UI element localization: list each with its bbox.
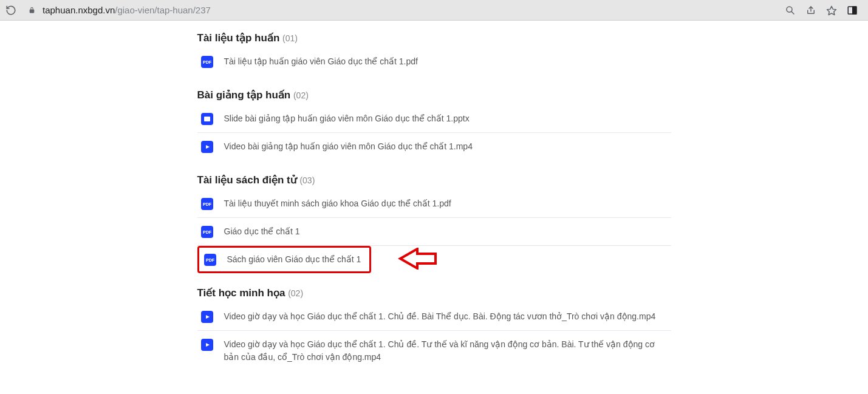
file-item[interactable]: Video giờ dạy và học Giáo dục thể chất 1…: [197, 303, 671, 331]
file-item[interactable]: Video giờ dạy và học Giáo dục thể chất 1…: [197, 331, 671, 371]
file-item[interactable]: PDF Tài liệu thuyết minh sách giáo khoa …: [197, 190, 671, 218]
svg-marker-3: [827, 6, 836, 15]
section-title: Tiết học minh họa: [197, 287, 285, 299]
star-icon[interactable]: [825, 4, 838, 16]
svg-marker-8: [206, 145, 210, 149]
svg-text:PDF: PDF: [206, 258, 214, 262]
file-label: Giáo dục thể chất 1: [224, 225, 300, 238]
video-icon: [201, 339, 213, 351]
svg-marker-12: [206, 315, 210, 319]
file-item[interactable]: PDF Giáo dục thể chất 1: [197, 218, 671, 246]
file-label: Video giờ dạy và học Giáo dục thể chất 1…: [224, 338, 668, 364]
pdf-icon: PDF: [201, 198, 213, 210]
section-tai-lieu-sach-dien-tu: Tài liệu sách điện tử (03) PDF Tài liệu …: [197, 174, 671, 273]
share-icon[interactable]: [805, 4, 817, 16]
video-icon: [201, 311, 213, 323]
pdf-icon: PDF: [201, 56, 213, 68]
section-header: Bài giảng tập huấn (02): [197, 89, 671, 105]
arrow-left-icon: [398, 248, 437, 270]
file-item[interactable]: Slide bài giảng tập huấn giáo viên môn G…: [197, 105, 671, 133]
section-title: Tài liệu sách điện tử: [197, 174, 297, 186]
url-display[interactable]: taphuan.nxbgd.vn/giao-vien/tap-huan/237: [43, 5, 784, 15]
highlight-annotation: PDF Sách giáo viên Giáo dục thể chất 1: [197, 246, 371, 273]
file-item[interactable]: PDF Tài liệu tập huấn giáo viên Giáo dục…: [197, 48, 671, 75]
file-label: Slide bài giảng tập huấn giáo viên môn G…: [224, 112, 470, 125]
file-label: Sách giáo viên Giáo dục thể chất 1: [227, 253, 361, 266]
url-path: /giao-vien/tap-huan/237: [115, 5, 211, 15]
svg-text:PDF: PDF: [203, 60, 211, 64]
section-tai-lieu-tap-huan: Tài liệu tập huấn (01) PDF Tài liệu tập …: [197, 32, 671, 75]
svg-rect-5: [853, 7, 856, 14]
section-header: Tài liệu tập huấn (01): [197, 32, 671, 48]
file-label: Video bài giảng tập huấn giáo viên môn G…: [224, 140, 473, 153]
file-item[interactable]: Video bài giảng tập huấn giáo viên môn G…: [197, 133, 671, 160]
video-icon: [201, 141, 213, 153]
lock-icon: [27, 5, 36, 15]
svg-text:PDF: PDF: [203, 230, 211, 234]
section-count: (02): [288, 288, 303, 298]
svg-line-1: [791, 12, 794, 14]
section-count: (02): [293, 90, 309, 100]
zoom-icon[interactable]: [784, 4, 796, 16]
section-header: Tiết học minh họa (02): [197, 287, 671, 303]
svg-point-0: [787, 7, 792, 12]
svg-text:PDF: PDF: [203, 202, 211, 206]
file-label: Tài liệu thuyết minh sách giáo khoa Giáo…: [224, 197, 451, 210]
pdf-icon: PDF: [201, 226, 213, 238]
reload-icon[interactable]: [5, 4, 17, 16]
browser-actions: [784, 4, 863, 16]
svg-marker-13: [206, 343, 210, 347]
file-label: Video giờ dạy và học Giáo dục thể chất 1…: [224, 310, 656, 323]
file-label: Tài liệu tập huấn giáo viên Giáo dục thể…: [224, 55, 418, 68]
pptx-icon: [201, 113, 213, 125]
page-content: Tài liệu tập huấn (01) PDF Tài liệu tập …: [0, 21, 868, 384]
section-header: Tài liệu sách điện tử (03): [197, 174, 671, 190]
sidepanel-icon[interactable]: [846, 4, 858, 16]
section-count: (03): [299, 175, 315, 185]
section-tiet-hoc-minh-hoa: Tiết học minh họa (02) Video giờ dạy và …: [197, 287, 671, 371]
file-item[interactable]: PDF Sách giáo viên Giáo dục thể chất 1: [200, 249, 368, 270]
browser-address-bar: taphuan.nxbgd.vn/giao-vien/tap-huan/237: [0, 0, 868, 21]
highlight-wrapper: PDF Sách giáo viên Giáo dục thể chất 1: [197, 246, 671, 273]
section-title: Tài liệu tập huấn: [197, 32, 280, 44]
section-bai-giang-tap-huan: Bài giảng tập huấn (02) Slide bài giảng …: [197, 89, 671, 160]
content-column: Tài liệu tập huấn (01) PDF Tài liệu tập …: [197, 32, 671, 384]
pdf-icon: PDF: [204, 254, 216, 266]
svg-rect-7: [204, 117, 210, 121]
section-title: Bài giảng tập huấn: [197, 89, 291, 101]
section-count: (01): [282, 33, 298, 43]
url-host: taphuan.nxbgd.vn: [43, 5, 115, 15]
